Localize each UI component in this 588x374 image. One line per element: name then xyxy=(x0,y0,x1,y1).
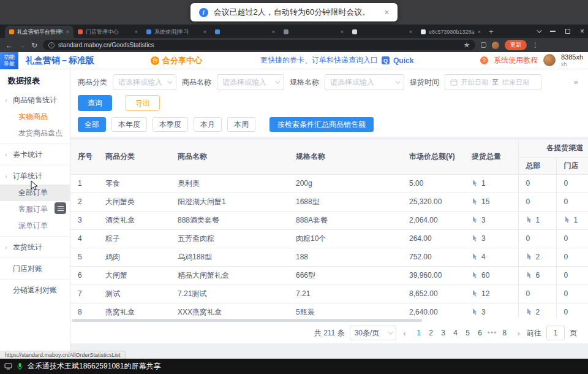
browser-tab[interactable]: 礼盒营销平台管理中心 × xyxy=(5,26,74,38)
forward-icon[interactable]: → xyxy=(18,42,26,49)
toast-close-icon[interactable]: × xyxy=(384,7,389,17)
function-nav-button[interactable]: 功能 导航 xyxy=(0,52,18,69)
quick-filter-tab-本周[interactable]: 本周 xyxy=(227,117,255,132)
hq-value: 0 xyxy=(526,179,530,188)
sidebar-item-label: 客服订单 xyxy=(18,204,48,215)
hq-value: 6 xyxy=(536,271,540,280)
hand-pointer-icon[interactable] xyxy=(472,198,478,205)
browser-profile-avatar[interactable] xyxy=(492,42,499,49)
browser-menu-icon[interactable]: ⋮ xyxy=(532,42,538,48)
hand-pointer-icon[interactable] xyxy=(472,253,478,261)
tab-close-icon[interactable]: × xyxy=(66,29,69,35)
site-info-icon[interactable]: i xyxy=(48,42,55,48)
sidebar-item-label: 商品销售统计 xyxy=(13,95,57,105)
tutorial-link[interactable]: 系统使用教程 xyxy=(494,55,538,66)
spec-select[interactable]: 请选择或输入 xyxy=(325,74,404,90)
chevron-down-icon xyxy=(167,78,172,83)
tab-favicon-icon xyxy=(78,29,83,34)
bookmark-star-icon[interactable] xyxy=(464,42,470,48)
tab-close-icon[interactable]: × xyxy=(478,29,481,35)
page-number[interactable]: 5 xyxy=(462,329,474,337)
collapse-panel-icon[interactable]: » xyxy=(574,77,578,86)
sidebar-divider xyxy=(0,258,70,258)
tab-search-icon[interactable] xyxy=(537,28,541,32)
page-number[interactable]: 2 xyxy=(425,329,437,337)
sidebar-collapse-handle[interactable] xyxy=(55,202,66,214)
sidebar-item-门店对账[interactable]: › 门店对账 xyxy=(0,260,70,277)
tab-close-icon[interactable]: × xyxy=(203,29,206,35)
hand-pointer-icon[interactable] xyxy=(472,216,478,224)
user-avatar[interactable] xyxy=(543,54,556,66)
share-center-link[interactable]: 合 合分享中心 xyxy=(151,55,202,66)
page-jump-input[interactable]: 1 xyxy=(546,326,565,340)
page-number[interactable]: 8 xyxy=(499,329,511,337)
maximize-icon[interactable] xyxy=(565,29,570,34)
hand-pointer-icon[interactable] xyxy=(564,216,571,224)
page-size-select[interactable]: 30条/页 xyxy=(350,326,397,340)
sidebar-item-发货统计[interactable]: › 发货统计 xyxy=(0,239,70,256)
search-button[interactable]: 查询 xyxy=(78,95,112,111)
quick-entry-tip: 更快捷的券卡、订单和快递查询入口 xyxy=(260,55,378,66)
quick-search-entry[interactable]: 更快捷的券卡、订单和快递查询入口 Q Quick xyxy=(260,55,413,66)
col-header-hq: 总部 xyxy=(518,157,556,174)
sidebar-item-券卡统计[interactable]: › 券卡统计 xyxy=(0,146,70,163)
hand-pointer-icon[interactable] xyxy=(526,308,533,316)
reload-icon[interactable]: ↻ xyxy=(31,42,37,49)
date-range-picker[interactable]: 开始日期 至 结束日期 xyxy=(445,74,541,90)
goto-suffix: 页 xyxy=(570,328,577,338)
horizontal-scrollbar[interactable] xyxy=(70,318,588,322)
page-number[interactable]: 6 xyxy=(474,329,486,337)
page-number[interactable]: 4 xyxy=(450,329,462,337)
tab-close-icon[interactable]: × xyxy=(409,29,412,35)
prev-page-button[interactable]: ‹ xyxy=(401,329,407,338)
page-number[interactable]: 3 xyxy=(437,329,450,337)
sidebar-item-label: 实物商品 xyxy=(18,112,48,122)
new-tab-button[interactable]: + xyxy=(489,27,494,36)
hand-pointer-icon[interactable] xyxy=(472,180,478,187)
hand-pointer-icon[interactable] xyxy=(472,308,478,316)
browser-tab[interactable]: 系统使用|学习 × xyxy=(142,26,211,38)
hand-pointer-icon[interactable] xyxy=(472,272,478,279)
browser-tab[interactable]: × xyxy=(279,26,348,38)
cell-store: 0 xyxy=(556,229,588,248)
sidebar-item-派单订单[interactable]: 派单订单 xyxy=(0,218,70,234)
table-row: 4 粽子 五芳斋肉粽 肉粽10个 264.00 3 0 0 xyxy=(70,229,588,248)
extensions-icon[interactable] xyxy=(481,42,486,48)
chevron-icon: › xyxy=(5,243,11,251)
sidebar-item-发货商品盘点[interactable]: 发货商品盘点 xyxy=(0,125,70,142)
hand-pointer-icon[interactable] xyxy=(526,253,533,261)
browser-tab[interactable]: × xyxy=(211,26,279,38)
address-bar[interactable]: i standard.maboy.cn/GoodsStatistics xyxy=(43,40,475,50)
hand-pointer-icon[interactable] xyxy=(472,290,478,297)
next-page-button[interactable]: › xyxy=(516,329,522,338)
sidebar-item-全部订单[interactable]: 全部订单 xyxy=(0,185,70,201)
sidebar-item-订单统计[interactable]: › 订单统计 xyxy=(0,167,70,185)
tab-close-icon[interactable]: × xyxy=(341,29,344,35)
update-button[interactable]: 更新 xyxy=(505,40,527,50)
hand-pointer-icon[interactable] xyxy=(526,272,533,279)
quick-filter-tab-全部[interactable]: 全部 xyxy=(78,117,106,132)
hand-pointer-icon[interactable] xyxy=(526,216,533,224)
browser-tab[interactable]: 门店管理中心 × xyxy=(74,26,142,38)
minimize-icon[interactable] xyxy=(550,31,556,31)
tab-close-icon[interactable]: × xyxy=(135,29,138,35)
category-select[interactable]: 请选择或输入 xyxy=(113,74,176,90)
browser-tab[interactable]: × xyxy=(348,26,417,38)
sidebar-item-实物商品[interactable]: 实物商品 xyxy=(0,109,70,125)
export-button[interactable]: 导出 xyxy=(126,95,160,111)
scrollbar-thumb[interactable] xyxy=(72,319,422,322)
product-name-select[interactable]: 请选择或输入 xyxy=(217,74,284,90)
page-number[interactable]: 1 xyxy=(413,329,425,337)
sidebar-item-分销返利对账[interactable]: › 分销返利对账 xyxy=(0,281,70,299)
hand-pointer-icon[interactable] xyxy=(472,235,478,242)
close-window-icon[interactable]: × xyxy=(580,28,584,35)
quick-filter-tab-本年度[interactable]: 本年度 xyxy=(111,117,147,132)
summary-button[interactable]: 按检索条件汇总商品销售额 xyxy=(270,117,374,132)
cell-category: 大闸蟹类 xyxy=(98,193,170,211)
sidebar-item-商品销售统计[interactable]: › 商品销售统计 xyxy=(0,91,70,109)
quick-filter-tab-本季度[interactable]: 本季度 xyxy=(153,117,188,132)
back-icon[interactable]: ← xyxy=(6,42,13,49)
tab-close-icon[interactable]: × xyxy=(272,29,275,35)
browser-tab[interactable]: e8c573980b1328a258fd2e6i × xyxy=(417,26,485,38)
quick-filter-tab-本月[interactable]: 本月 xyxy=(194,117,222,132)
